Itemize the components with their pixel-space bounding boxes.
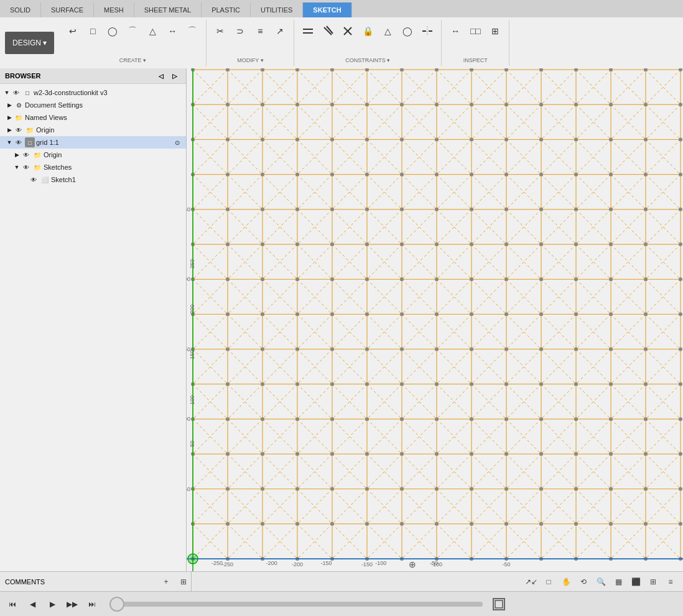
expand-origin-child[interactable]: ▶: [12, 150, 21, 159]
status-menu-icon[interactable]: ≡: [663, 574, 678, 589]
status-select-icon[interactable]: □: [541, 574, 556, 589]
expand-root[interactable]: ▼: [2, 88, 11, 97]
parallel-constraint[interactable]: [319, 22, 337, 40]
tab-sheet-metal[interactable]: SHEET METAL: [134, 2, 202, 17]
icon-sketch1-box: ⬜: [40, 175, 50, 185]
comments-add-icon[interactable]: +: [159, 574, 174, 589]
spline-tool[interactable]: ⌒: [124, 22, 141, 40]
timeline-track[interactable]: [109, 602, 483, 607]
tree-item-root[interactable]: ▼ 👁 □ w2-3d-constructionkit v3: [0, 86, 186, 99]
timeline-indicator: [109, 602, 483, 607]
icon-root-eye[interactable]: 👁: [11, 88, 21, 98]
icon-sketches-eye[interactable]: 👁: [21, 162, 31, 172]
tab-mesh[interactable]: MESH: [94, 2, 134, 17]
move-tool[interactable]: ↗: [271, 22, 289, 40]
icon-grid-box: □: [25, 137, 35, 147]
modify-label[interactable]: MODIFY ▾: [237, 56, 263, 63]
bottom-bar: COMMENTS + ⊞ ↗↙ □ ✋ ⟲ 🔍 ▦ ⬛ ⊞ ≡: [0, 571, 683, 591]
inspect-grid[interactable]: ⊞: [486, 22, 504, 40]
label-sketches: Sketches: [44, 163, 72, 171]
browser-expand-icon[interactable]: ▷: [170, 71, 180, 81]
icon-grid-camera[interactable]: ⊙: [172, 137, 182, 147]
status-zoom-icon[interactable]: 🔍: [593, 574, 608, 589]
comments-collapse-icon[interactable]: ⊞: [176, 574, 191, 589]
expand-named-views[interactable]: ▶: [5, 113, 14, 122]
main-area: BROWSER ◁ ▷ ▼ 👁 □ w2-3d-constructionkit …: [0, 68, 683, 571]
browser-collapse-icon[interactable]: ◁: [156, 71, 166, 81]
measure-tool[interactable]: ↔: [447, 22, 464, 40]
lock-constraint[interactable]: 🔒: [359, 22, 376, 40]
expand-grid[interactable]: ▼: [5, 138, 14, 147]
label-root: w2-3d-constructionkit v3: [34, 89, 108, 96]
comments-controls: + ⊞: [159, 574, 191, 589]
expand-sketches[interactable]: ▼: [12, 163, 21, 172]
arc-tool[interactable]: ↩: [64, 22, 81, 40]
status-layout-icon[interactable]: ⊞: [646, 574, 661, 589]
icon-root-folder: □: [22, 88, 32, 98]
tree-item-named-views[interactable]: ▶ 📁 Named Views: [0, 111, 186, 124]
label-doc-settings: Document Settings: [25, 101, 83, 109]
perpendicular-constraint[interactable]: [339, 22, 356, 40]
x-axis-250: -250: [211, 560, 223, 566]
y-axis-100: 100: [189, 395, 195, 405]
canvas-area[interactable]: 250 200 150 100 50 -250 -200 -150 -100 -…: [187, 68, 683, 571]
inspect-label[interactable]: INSPECT: [463, 56, 488, 63]
polygon-tool[interactable]: △: [144, 22, 161, 40]
tab-bar: SOLID SURFACE MESH SHEET METAL PLASTIC U…: [0, 0, 683, 17]
extend-tool[interactable]: ⊃: [231, 22, 249, 40]
status-display-icon[interactable]: ⬛: [628, 574, 643, 589]
timeline-thumb[interactable]: [109, 597, 124, 612]
tab-sketch[interactable]: SKETCH: [303, 2, 351, 17]
design-button[interactable]: DESIGN ▾: [5, 32, 54, 54]
equal-constraint[interactable]: [299, 22, 317, 40]
playback-end[interactable]: ⏭: [85, 597, 100, 612]
expand-doc[interactable]: ▶: [5, 101, 14, 109]
inspect-icons: ↔ □□ ⊞: [447, 22, 504, 40]
arc2-tool[interactable]: ⌒: [184, 22, 201, 40]
trim-tool[interactable]: ✂: [211, 22, 229, 40]
tree-item-doc-settings[interactable]: ▶ ⚙ Document Settings: [0, 99, 186, 111]
constraints-label[interactable]: CONSTRAINTS ▾: [345, 56, 390, 63]
icon-doc-gear: ⚙: [14, 100, 24, 110]
icon-origin-child-eye[interactable]: 👁: [21, 150, 31, 160]
create-label[interactable]: CREATE ▾: [119, 56, 146, 63]
tree-item-sketch1[interactable]: 👁 ⬜ Sketch1: [0, 173, 186, 186]
tab-plastic[interactable]: PLASTIC: [202, 2, 251, 17]
rect-tool[interactable]: □: [84, 22, 101, 40]
concentric-constraint[interactable]: ◯: [399, 22, 416, 40]
sketch-indicator: [493, 598, 505, 610]
icon-origin-eye[interactable]: 👁: [14, 125, 24, 135]
sketch-canvas[interactable]: [187, 68, 683, 571]
comments-label: COMMENTS: [5, 578, 45, 586]
tree-item-sketches[interactable]: ▼ 👁 📁 Sketches: [0, 161, 186, 173]
symmetric-constraint[interactable]: [419, 22, 436, 40]
playback-forward[interactable]: ▶▶: [65, 597, 80, 612]
x-axis-150: -150: [320, 560, 332, 566]
playback-play[interactable]: ▶: [45, 597, 60, 612]
status-pan-icon[interactable]: ✋: [559, 574, 574, 589]
tree-item-origin-child[interactable]: ▶ 👁 📁 Origin: [0, 149, 186, 161]
playback-rewind-start[interactable]: ⏮: [5, 597, 20, 612]
offset-tool[interactable]: ≡: [251, 22, 269, 40]
playback-rewind[interactable]: ◀: [25, 597, 40, 612]
y-axis-200: 200: [189, 305, 195, 314]
icon-sketch1-eye[interactable]: 👁: [29, 175, 39, 185]
inspect-panel[interactable]: □□: [467, 22, 484, 40]
tangent-constraint[interactable]: △: [379, 22, 396, 40]
tab-surface[interactable]: SURFACE: [41, 2, 94, 17]
icon-grid-eye[interactable]: 👁: [14, 137, 24, 147]
line-tool[interactable]: ↔: [164, 22, 181, 40]
circle-tool[interactable]: ◯: [104, 22, 121, 40]
status-orbit-icon[interactable]: ⟲: [576, 574, 591, 589]
constraints-group: 🔒 △ ◯ CONSTRAINTS ▾: [294, 20, 442, 66]
status-grid-icon[interactable]: ▦: [611, 574, 626, 589]
tree-item-grid[interactable]: ▼ 👁 □ grid 1:1 ⊙: [0, 136, 186, 149]
tab-solid[interactable]: SOLID: [0, 2, 41, 17]
browser-panel: BROWSER ◁ ▷ ▼ 👁 □ w2-3d-constructionkit …: [0, 68, 187, 571]
x-axis-100: -100: [375, 560, 386, 566]
tree-item-origin-top[interactable]: ▶ 👁 📁 Origin: [0, 124, 186, 136]
tab-utilities[interactable]: UTILITIES: [251, 2, 303, 17]
label-origin-top: Origin: [36, 126, 54, 134]
expand-origin-top[interactable]: ▶: [5, 126, 14, 134]
status-move-icon[interactable]: ↗↙: [524, 574, 539, 589]
